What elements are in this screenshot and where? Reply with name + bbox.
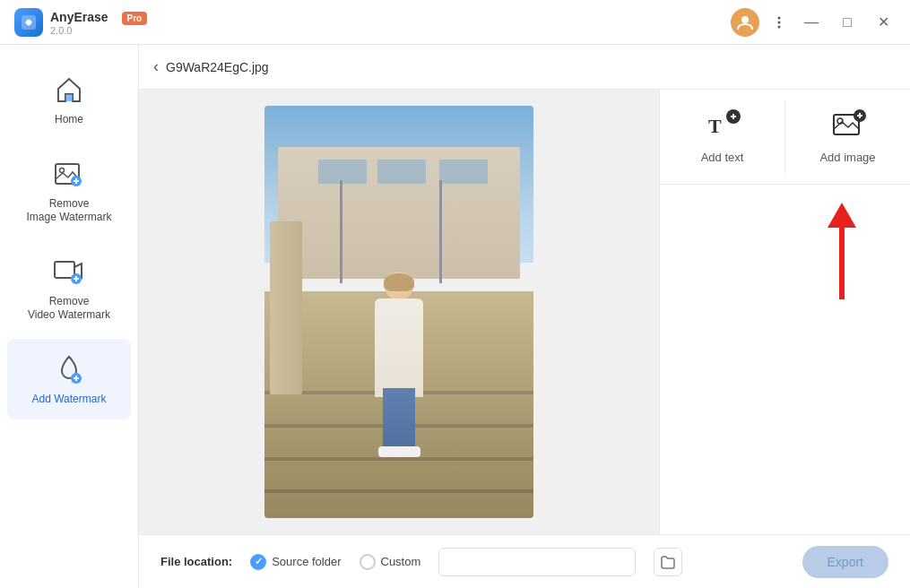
svg-rect-6 [65,94,73,101]
watermark-panel: T Add text [659,90,910,534]
add-image-icon [830,108,866,143]
arrow-container [660,185,910,299]
remove-image-watermark-icon [51,156,87,192]
svg-point-5 [778,25,781,28]
sidebar-item-add-watermark-label: Add Watermark [32,393,107,407]
app-logo [14,8,43,37]
home-icon [51,72,87,108]
custom-option[interactable]: Custom [360,554,421,570]
sidebar-item-home-label: Home [55,113,83,127]
footer-bar: File location: Source folder Custom Expo… [139,534,910,588]
app-info: AnyErase Pro 2.0.0 [50,9,147,36]
sidebar-item-remove-video-watermark[interactable]: RemoveVideo Watermark [7,241,131,335]
minimize-button[interactable]: — [799,10,824,35]
title-bar-left: AnyErase Pro 2.0.0 [14,8,147,37]
sidebar-item-remove-image-watermark[interactable]: RemoveImage Watermark [7,143,131,238]
source-folder-label: Source folder [272,555,341,568]
pro-badge: Pro [122,12,148,25]
svg-text:T: T [708,115,722,137]
sidebar-item-remove-video-label: RemoveVideo Watermark [28,295,110,323]
source-folder-radio[interactable] [250,554,266,570]
maximize-button[interactable]: □ [835,10,860,35]
work-area: T Add text [139,90,910,534]
add-text-button[interactable]: T Add text [660,90,784,184]
custom-radio[interactable] [360,554,376,570]
file-name: G9WaR24EgC.jpg [166,60,269,74]
red-arrow-indicator [828,203,856,299]
svg-point-3 [778,16,781,19]
custom-label: Custom [381,555,421,568]
close-button[interactable]: ✕ [871,10,896,35]
main-layout: Home RemoveImage Watermark [0,45,910,588]
app-name: AnyErase [50,10,108,24]
add-image-button[interactable]: Add image [785,90,910,184]
remove-video-watermark-icon [51,254,87,290]
export-button[interactable]: Export [802,546,888,578]
arrow-head [828,203,856,228]
watermark-tools: T Add text [660,90,910,185]
breadcrumb-bar: ‹ G9WaR24EgC.jpg [139,45,910,90]
svg-point-1 [26,20,31,25]
title-bar: AnyErase Pro 2.0.0 — □ ✕ [0,0,910,45]
svg-point-4 [778,21,781,23]
content-area: ‹ G9WaR24EgC.jpg [139,45,910,588]
svg-point-2 [741,16,749,23]
sidebar-item-add-watermark[interactable]: Add Watermark [7,339,131,419]
svg-rect-10 [55,262,74,278]
image-preview [264,106,533,518]
sidebar-item-remove-image-label: RemoveImage Watermark [27,197,112,225]
file-location-label: File location: [160,555,232,568]
sidebar-item-home[interactable]: Home [7,59,131,140]
title-bar-right: — □ ✕ [731,8,896,37]
add-text-icon: T [705,108,741,143]
arrow-shaft [839,228,845,299]
sidebar: Home RemoveImage Watermark [0,45,139,588]
app-version: 2.0.0 [50,25,147,36]
back-button[interactable]: ‹ [153,57,159,76]
add-image-label: Add image [819,151,875,164]
folder-browse-button[interactable] [654,548,682,576]
add-watermark-icon [51,351,87,387]
svg-point-8 [60,168,65,172]
profile-icon[interactable] [731,8,759,37]
add-text-label: Add text [701,151,744,164]
source-folder-option[interactable]: Source folder [250,554,341,570]
menu-icon[interactable] [770,13,788,31]
custom-path-input[interactable] [438,548,636,576]
image-preview-container [139,90,659,534]
